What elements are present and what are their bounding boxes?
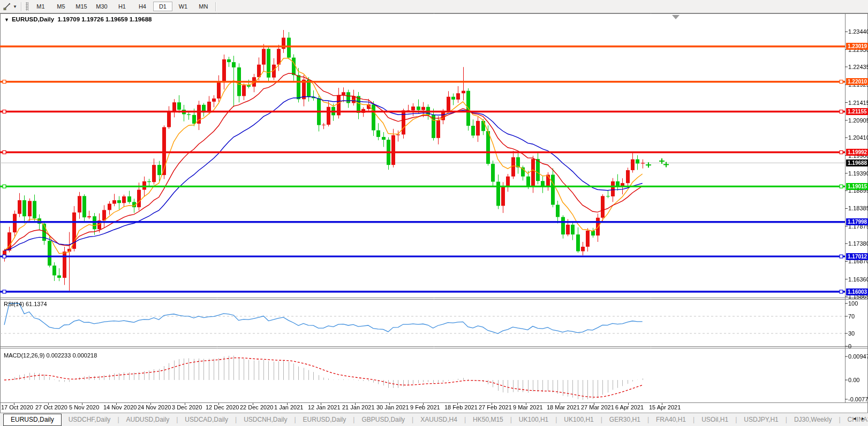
price-chart-canvas[interactable] [0, 0, 868, 426]
chart-title: ▼EURUSD,Daily 1.19709 1.19726 1.19659 1.… [4, 16, 152, 22]
price-axis-label: 1.21415 [848, 100, 868, 106]
chart-tab-fra40-h1[interactable]: FRA40,H1 [649, 414, 693, 425]
chart-tab-xauusd-h4[interactable]: XAUUSD,H4 [413, 414, 464, 425]
hline-price-tag: 1.23019 [846, 43, 868, 50]
hline-price-tag: 1.17012 [846, 253, 868, 260]
chart-tab-dj30-weekly[interactable]: DJ30,Weekly [787, 414, 839, 425]
chart-collapse-icon[interactable]: ▼ [4, 17, 9, 22]
date-axis-label: 18 Mar 2021 [547, 404, 580, 410]
hline-price-tag: 1.17998 [846, 218, 868, 225]
price-axis-label: 1.19390 [848, 170, 868, 177]
chart-tab-ger30-h1[interactable]: GER30,H1 [602, 414, 647, 425]
rsi-axis-label: 70 [848, 313, 855, 320]
macd-axis-label: 0.00 [848, 377, 859, 383]
rsi-axis-label: 0 [848, 343, 851, 349]
macd-axis-label: -0.007778 [848, 396, 868, 402]
chart-tab-audusd-daily[interactable]: AUDUSD,Daily [119, 414, 177, 425]
date-axis-label: 3 Dec 2020 [172, 404, 202, 410]
date-axis-label: 22 Dec 2020 [240, 404, 273, 410]
rsi-axis-label: 100 [848, 300, 858, 307]
date-axis-label: 14 Nov 2020 [103, 404, 137, 410]
date-axis-label: 21 Jan 2021 [342, 404, 375, 410]
chart-tab-gbpusd-daily[interactable]: GBPUSD,Daily [354, 414, 412, 425]
date-axis-label: 1 Jan 2021 [274, 404, 303, 410]
chart-tab-usoil-h1[interactable]: USOil,H1 [695, 414, 735, 425]
price-axis-label: 1.20905 [848, 117, 868, 124]
hline-price-tag: 1.19992 [846, 149, 868, 156]
price-axis-label: 1.23440 [848, 28, 868, 35]
hline-price-tag: 1.21155 [846, 108, 868, 115]
price-axis-label: 1.18385 [848, 205, 868, 211]
chart-symbol-label: EURUSD,Daily [12, 16, 54, 22]
price-axis-label: 1.16360 [848, 276, 868, 283]
date-axis-label: 12 Jan 2021 [308, 404, 341, 410]
chart-tab-bar: EURUSD,DailyUSDCHF,Daily|AUDUSD,Daily|US… [0, 413, 868, 426]
chart-tab-usdcad-daily[interactable]: USDCAD,Daily [178, 414, 235, 425]
date-axis-label: 17 Oct 2020 [1, 404, 33, 410]
date-axis-label: 9 Feb 2021 [410, 404, 440, 410]
price-axis-label: 1.17380 [848, 240, 868, 247]
chart-tab-usdcnh-daily[interactable]: USDCNH,Daily [237, 414, 294, 425]
date-axis-label: 12 Dec 2020 [206, 404, 239, 410]
price-axis-label: 1.20410 [848, 134, 868, 141]
chart-tab-uk100-h1[interactable]: UK100,H1 [557, 414, 600, 425]
current-price-tag: 1.19688 [846, 159, 868, 166]
date-axis-label: 27 Feb 2021 [479, 404, 512, 410]
date-axis-label: 27 Mar 2021 [581, 404, 614, 410]
trading-platform-window: ▼ M1M5M15M30H1H4D1W1MN ▼EURUSD,Daily 1.1… [0, 0, 868, 426]
rsi-axis-label: 30 [848, 330, 855, 337]
date-axis-label: 24 Nov 2020 [138, 404, 171, 410]
date-axis-label: 30 Jan 2021 [376, 404, 409, 410]
chart-tab-usdjpy-h1[interactable]: USDJPY,H1 [737, 414, 785, 425]
tab-scroll-arrows[interactable]: ◂ ▸ [853, 415, 866, 421]
date-axis-label: 9 Mar 2021 [513, 404, 543, 410]
macd-axis-label: 0.009478 [848, 353, 868, 360]
chart-tab-usdchf-daily[interactable]: USDCHF,Daily [62, 414, 118, 425]
chart-tab-uk100-h1[interactable]: UK100,H1 [512, 414, 555, 425]
date-axis-label: 15 Apr 2021 [649, 404, 681, 410]
date-axis-label: 6 Apr 2021 [615, 404, 644, 410]
date-axis-label: 18 Feb 2021 [444, 404, 478, 410]
price-axis-label: 1.22435 [848, 64, 868, 70]
macd-indicator-label: MACD(12,26,9) 0.002233 0.000218 [4, 352, 97, 359]
rsi-indicator-label: RSI(14) 61.1374 [4, 301, 47, 307]
date-axis-label: 5 Nov 2020 [69, 404, 99, 410]
chart-tab-eurusd-daily[interactable]: EURUSD,Daily [296, 414, 353, 425]
chart-tab-hk50-m15[interactable]: HK50,M15 [466, 414, 510, 425]
hline-price-tag: 1.16003 [846, 288, 868, 295]
hline-price-tag: 1.19015 [846, 183, 868, 190]
chart-ohlc-quote: 1.19709 1.19726 1.19659 1.19688 [58, 16, 152, 22]
chart-tab-eurusd-daily[interactable]: EURUSD,Daily [3, 414, 62, 426]
hline-price-tag: 1.22010 [846, 78, 868, 85]
date-axis-label: 27 Oct 2020 [35, 404, 67, 410]
